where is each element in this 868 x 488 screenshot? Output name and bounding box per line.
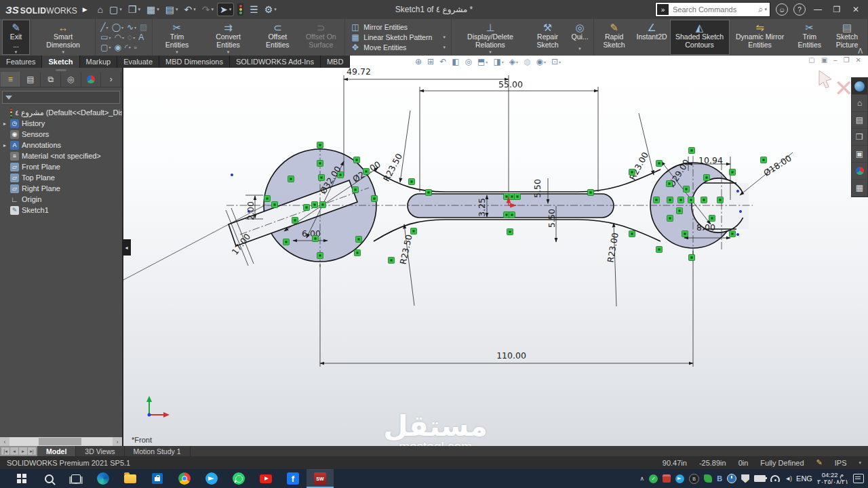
tray-app-icon[interactable]: B xyxy=(689,474,699,484)
tree-item-annotations[interactable]: ▸AAnnotations xyxy=(0,140,122,150)
bluetooth-icon[interactable]: B xyxy=(717,474,722,483)
circle-tool[interactable]: ◯▾ xyxy=(111,22,123,33)
login-icon[interactable]: ☺ xyxy=(776,3,788,16)
close-button[interactable]: ✕ xyxy=(849,5,863,14)
quick-snaps-button[interactable]: ◎ Qui... ▼ xyxy=(568,20,592,54)
scroll-right-icon[interactable]: › xyxy=(113,437,122,446)
ribbon-collapse-icon[interactable]: ᐱ xyxy=(858,47,863,55)
edge-icon[interactable] xyxy=(90,469,117,488)
solidworks-icon[interactable]: SW xyxy=(307,469,334,488)
dimension-label[interactable]: R23.50 xyxy=(398,234,414,266)
ellipse-tool[interactable]: ◌▾ xyxy=(127,33,136,43)
antivirus-check-icon[interactable]: ✓ xyxy=(649,474,658,483)
propertymanager-tab[interactable]: ▤ xyxy=(21,72,41,87)
rebuild-icon[interactable] xyxy=(235,2,245,17)
display-delete-relations-button[interactable]: ⊥ Display/Delete Relations ▼ xyxy=(453,20,527,54)
dimension-label[interactable]: 55.00 xyxy=(498,79,523,89)
chrome-icon[interactable] xyxy=(171,469,198,488)
search-icon[interactable]: ⌕ xyxy=(757,4,764,15)
tree-item-right-plane[interactable]: ▱Right Plane xyxy=(0,183,122,194)
sketch-endpoint[interactable] xyxy=(248,210,250,213)
line-tool[interactable]: ╱▾ xyxy=(100,22,108,33)
zoom-area-icon[interactable]: ⊞ xyxy=(427,57,434,66)
sketch-endpoint[interactable] xyxy=(736,190,739,192)
new-window-icon[interactable]: ▢ xyxy=(808,56,814,64)
tree-item-history[interactable]: ▸◷History xyxy=(0,118,122,129)
save-icon[interactable]: ▦▾ xyxy=(144,3,161,16)
tree-item-material-not-specified-[interactable]: ≡Material <not specified> xyxy=(0,150,122,161)
notification-center-icon[interactable] xyxy=(853,474,864,483)
tree-item-origin[interactable]: ∟Origin xyxy=(0,194,122,205)
options-icon[interactable]: ☰ xyxy=(248,3,260,16)
doc-tab-3d-views[interactable]: 3D Views xyxy=(76,446,124,456)
tree-item-sensors[interactable]: ◉Sensors xyxy=(0,129,122,140)
doc-tab-model[interactable]: Model xyxy=(37,446,76,456)
task-view-button[interactable] xyxy=(62,469,90,488)
smart-dimension-button[interactable]: ↔ Smart Dimension ▼ xyxy=(33,20,94,54)
offset-entities-button[interactable]: ⊂ Offset Entities xyxy=(256,20,298,54)
settings-icon[interactable]: ⚙▾ xyxy=(262,3,279,16)
configurationmanager-tab[interactable]: ⧉ xyxy=(41,72,61,87)
section-view-icon[interactable]: ◧ xyxy=(452,57,459,66)
dynamic-mirror-button[interactable]: ⇋ Dynamic Mirror Entities xyxy=(729,20,791,54)
sketch-endpoint[interactable] xyxy=(231,174,233,176)
instant2d-button[interactable]: ∠ Instant2D xyxy=(633,20,671,54)
tab-features[interactable]: Features xyxy=(0,56,42,68)
home-icon[interactable]: ⌂ xyxy=(96,3,105,16)
appearances-icon[interactable] xyxy=(852,163,867,180)
dimension-label[interactable]: 3.25 xyxy=(477,198,487,217)
doc-tab-motion-study-1[interactable]: Motion Study 1 xyxy=(125,446,191,456)
apply-scene-icon[interactable]: ◉▾ xyxy=(536,57,546,66)
scroll-track[interactable] xyxy=(9,437,113,446)
telegram-tray-icon[interactable] xyxy=(675,474,684,483)
dimension-label[interactable]: R23.00 xyxy=(627,150,650,182)
dimension-label[interactable]: 5.50 xyxy=(532,179,542,198)
dimension-label[interactable]: 2.00 xyxy=(245,201,256,220)
tab-solidworks-add-ins[interactable]: SOLIDWORKS Add-Ins xyxy=(230,56,321,68)
design-library-icon[interactable]: ▤ xyxy=(852,112,867,129)
trim-entities-2-button[interactable]: ✂ Trim Entities xyxy=(791,20,828,54)
tree-item-top-plane[interactable]: ▱Top Plane xyxy=(0,172,122,183)
search-input[interactable] xyxy=(671,5,757,14)
tab-mbd-dimensions[interactable]: MBD Dimensions xyxy=(159,56,230,68)
displaymanager-tab[interactable] xyxy=(81,72,102,87)
custom-props-icon[interactable]: ▦ xyxy=(852,180,867,197)
resources-icon[interactable] xyxy=(852,78,867,95)
annotation-view-icon[interactable]: ◎ xyxy=(465,57,472,66)
slot-tool[interactable]: ▢▾ xyxy=(100,42,111,52)
youtube-icon[interactable] xyxy=(252,469,279,488)
store-icon[interactable] xyxy=(144,469,171,488)
doc-nav-arrow-icon[interactable]: ◂ xyxy=(10,447,18,455)
facebook-icon[interactable]: f xyxy=(279,469,307,488)
doc-nav-arrow-icon[interactable]: |◂ xyxy=(1,447,9,455)
doc-nav-arrow-icon[interactable]: ▸| xyxy=(28,447,36,455)
cascade-windows-icon[interactable]: ▣ xyxy=(821,56,827,64)
featuremanager-tab[interactable]: ≡ xyxy=(1,72,21,87)
tree-item-front-plane[interactable]: ▱Front Plane xyxy=(0,161,122,172)
point-tool[interactable]: ◉ xyxy=(114,42,122,52)
arc-tool[interactable]: ◠▾ xyxy=(114,33,125,43)
extra-tool[interactable]: ▫ xyxy=(134,42,138,52)
file-explorer-tp-icon[interactable]: ❒ xyxy=(852,129,867,146)
panel-expand-tab[interactable]: › xyxy=(101,72,121,87)
print-icon[interactable]: ▤▾ xyxy=(163,3,180,16)
graphics-area[interactable]: 49.7255.00Ø26.00R23.50Ø32.002.0017.006.0… xyxy=(123,68,868,446)
telegram-icon[interactable] xyxy=(198,469,225,488)
whatsapp-icon[interactable] xyxy=(225,469,252,488)
tree-root-item[interactable]: مشروع ٤ (Default<<Default>_Display xyxy=(0,107,122,118)
panel-horizontal-scrollbar[interactable]: ‹ › xyxy=(0,437,122,446)
tree-item-sketch1[interactable]: ✎Sketch1 xyxy=(0,205,122,216)
dimension-label[interactable]: 8.00 xyxy=(696,222,715,232)
dimension-label[interactable]: Ø18.00 xyxy=(762,152,793,178)
open-file-icon[interactable]: ❒▾ xyxy=(126,3,142,16)
minimize-doc-icon[interactable]: – xyxy=(833,56,837,64)
tray-green-icon[interactable] xyxy=(704,474,712,483)
shaded-sketch-contours-button[interactable]: ◭ Shaded Sketch Contours xyxy=(671,20,729,54)
scroll-left-icon[interactable]: ‹ xyxy=(0,437,9,446)
hide-show-items-icon[interactable]: ◈▾ xyxy=(509,57,518,66)
previous-view-icon[interactable]: ↶ xyxy=(439,57,446,66)
help-icon[interactable]: ? xyxy=(793,3,806,16)
dimension-label[interactable]: R23.00 xyxy=(605,232,620,263)
close-doc-icon[interactable]: ✕ xyxy=(856,56,861,64)
text-tool[interactable]: A xyxy=(138,33,144,43)
